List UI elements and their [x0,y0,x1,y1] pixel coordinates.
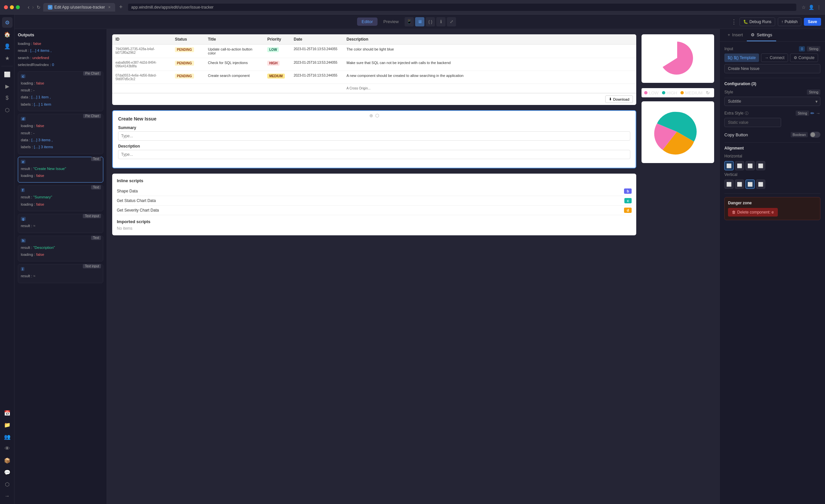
delete-component-button[interactable]: 🗑 Delete component: e [728,208,778,217]
align-stretch-h-button[interactable]: ⬜ [756,161,765,170]
back-button[interactable]: ‹ [28,4,29,10]
section-c-id: c [21,74,25,78]
script-item-status[interactable]: Get Status Chart Data c [117,196,631,206]
browser-tab[interactable]: W Edit App u/user/issue-tracker × [43,3,115,11]
config-body: Input 0 String $() $() Template → Co [720,42,825,225]
browser-menu[interactable]: ⋮ [817,5,821,10]
bookmark-icon[interactable]: ☆ [802,5,806,10]
table-row[interactable]: eaba8d96-e387-4d2d-8494-096e4143b8fa PEN… [112,58,636,71]
sidebar-bottom: 📅 📁 👥 👁 📦 💬 ⬡ → [2,408,12,501]
editor-tab[interactable]: Editor [357,17,378,26]
sidebar-item-user[interactable]: 👤 [2,41,12,52]
sidebar-item-group[interactable]: 👥 [2,431,12,442]
publish-button[interactable]: ↑ Publish [778,17,801,26]
sidebar-item-apps[interactable]: ⬜ [2,69,12,80]
info-icon[interactable]: ℹ [436,17,446,26]
sidebar-item-eye[interactable]: 👁 [2,443,12,454]
new-tab-button[interactable]: + [119,4,123,11]
align-center-h-button[interactable]: ⬜ [735,161,744,170]
align-baseline-button[interactable]: ⬜ [756,179,765,189]
sidebar-item-arrow[interactable]: → [2,491,12,501]
tab-close[interactable]: × [108,5,110,10]
input-label-row: Input 0 String [724,46,820,52]
legend-label-high: HIGH [667,90,677,95]
description-input[interactable] [118,150,630,159]
tab-settings[interactable]: ⚙ Settings [747,29,776,41]
input-value-field[interactable] [724,64,820,73]
output-section-e: Text e result : "Create New Issue" loadi… [18,157,103,183]
config-panel: + Insert ⚙ Settings Input 0 [720,29,825,504]
style-select[interactable]: Subtitle Title Body Caption [724,97,820,106]
style-select-wrapper: Subtitle Title Body Caption [724,97,820,106]
main-outputs: loading : false result : […] 4 items , s… [18,41,103,68]
sidebar-item-home[interactable]: 🏠 [2,29,12,40]
summary-input[interactable] [118,131,630,141]
section-h-id: h [21,239,26,242]
section-d-id: d [21,117,26,121]
debug-runs-button[interactable]: 🐛 Debug Runs [740,17,775,26]
maximize-window-button[interactable] [16,5,20,9]
more-options-icon[interactable]: ⋮ [731,18,737,25]
align-bottom-button[interactable]: ⬜ [745,179,755,189]
horizontal-align-row: ⬜ ⬜ ⬜ ⬜ [724,161,820,170]
template-button[interactable]: $() $() Template [724,54,759,62]
vertical-align-row: ⬜ ⬜ ⬜ ⬜ [724,179,820,189]
mobile-icon[interactable]: 📱 [404,17,414,26]
code-icon[interactable]: { } [426,17,435,26]
scripts-panel: Inline scripts Shape Data b Get Status C… [112,173,636,235]
close-window-button[interactable] [4,5,8,9]
tab-insert[interactable]: + Insert [724,29,747,41]
table-row[interactable]: 794208f5-2735-428a-b4af-b071ff0a2962 PEN… [112,45,636,58]
minimize-window-button[interactable] [10,5,14,9]
sidebar-item-star[interactable]: ★ [2,53,12,63]
sidebar-item-folder[interactable]: 📁 [2,420,12,430]
compute-button[interactable]: ⚙ Compute [790,54,818,62]
sidebar-item-play[interactable]: ▶ [2,81,12,91]
table-row[interactable]: 07da0553-4e6e-4d56-8ded-5fd0f7d5c3c2 PEN… [112,71,636,84]
script-item-shape[interactable]: Shape Data b [117,187,631,196]
divider-2 [724,142,820,143]
output-section-h: Text h result : "Description" loading : … [18,236,103,262]
script-item-severity[interactable]: Get Severity Chart Data d [117,206,631,215]
align-center-v-button[interactable]: ⬜ [735,179,744,189]
align-right-button[interactable]: ⬜ [745,161,755,170]
config-tabs: + Insert ⚙ Settings [720,29,825,42]
sidebar-item-github[interactable]: ⬡ [2,479,12,490]
app-title-input[interactable]: Issue Tracker [18,17,82,26]
refresh-button[interactable]: ↻ [36,5,41,10]
desktop-icon[interactable]: 🖥 [415,17,424,26]
extra-style-input[interactable] [724,118,781,127]
align-top-button[interactable]: ⬜ [724,179,734,189]
url-bar[interactable]: app.windmill.dev/apps/edit/u/user/issue-… [128,4,796,11]
alignment-section: Alignment Horizontal ⬜ ⬜ ⬜ ⬜ Vertical ⬜ [724,146,820,189]
preview-tab[interactable]: Preview [379,17,403,26]
canvas-left: ID Status Title Priority Date Descriptio… [112,34,636,235]
sidebar-item-discord[interactable]: 💬 [2,467,12,478]
app-container: ⚙ 🏠 👤 ★ ⬜ ▶ $ ⬡ 📅 📁 👥 👁 📦 💬 ⬡ → Issue Tr… [0,14,825,504]
input-type-badge: 0 [799,46,805,52]
sidebar-item-windmill[interactable]: ⚙ [2,17,12,28]
arrow-icon[interactable]: → [816,111,820,116]
sidebar-item-package[interactable]: 📦 [2,455,12,466]
output-section-i: Text input i result : ≈ [18,264,103,283]
save-button[interactable]: Save [804,18,821,26]
legend-medium: MEDIUM [680,90,702,95]
traffic-lights [4,5,20,9]
no-items-label: No items [117,226,631,231]
expand-icon[interactable]: ⤢ [447,17,456,26]
sidebar-item-flow[interactable]: ⬡ [2,104,12,115]
config-section-title: Configuration (3) [724,81,820,86]
edit-icon[interactable]: ✏ [811,111,814,116]
align-left-button[interactable]: ⬜ [724,161,734,170]
add-icon[interactable]: ⊕ [369,113,373,118]
drag-icon[interactable]: ⬡ [375,113,379,118]
connect-button[interactable]: → Connect [761,54,788,62]
sidebar-item-calendar[interactable]: 📅 [2,408,12,418]
copy-button-toggle[interactable] [810,132,820,138]
refresh-chart-icon[interactable]: ↻ [706,90,710,95]
forward-button[interactable]: › [32,4,34,10]
table-header-row: ID Status Title Priority Date Descriptio… [112,34,636,45]
table-row[interactable]: A Cross Origin... [112,84,636,93]
download-button[interactable]: ⬇ Download [605,95,633,103]
sidebar-item-dollar[interactable]: $ [2,93,12,103]
